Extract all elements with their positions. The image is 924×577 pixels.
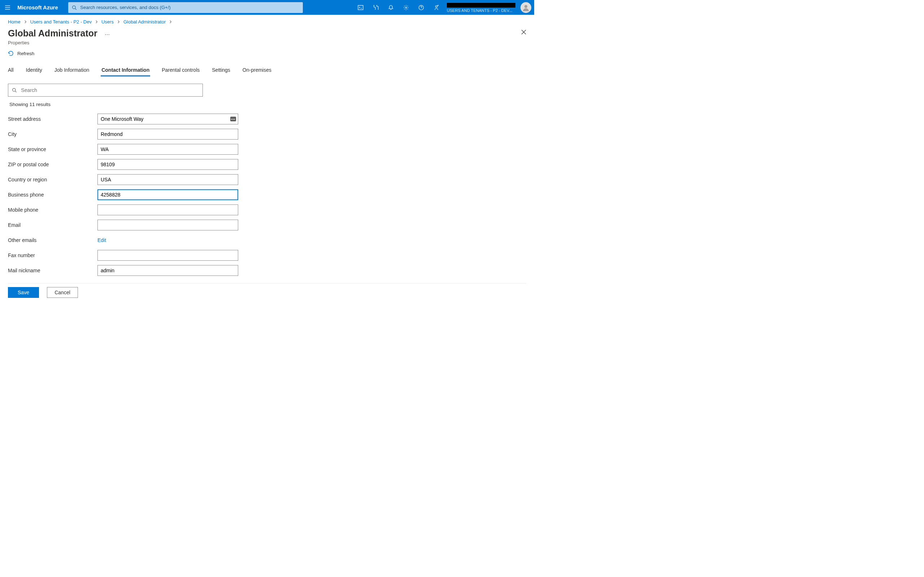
breadcrumb-item[interactable]: Global Administrator: [123, 19, 166, 24]
footer-buttons: Save Cancel: [0, 284, 534, 302]
account-tenant[interactable]: USERS AND TENANTS - P2 - DEV...: [444, 2, 518, 13]
form-row: Business phone: [8, 187, 526, 202]
form-row: Street address•••: [8, 111, 526, 127]
tab-identity[interactable]: Identity: [26, 64, 48, 76]
autofill-icon[interactable]: •••: [230, 117, 236, 121]
field-label: Street address: [8, 116, 97, 122]
directories-icon[interactable]: [368, 0, 383, 15]
help-icon[interactable]: [414, 0, 429, 15]
mobile-phone-input[interactable]: [97, 205, 238, 215]
more-actions-button[interactable]: ⋯: [105, 32, 110, 37]
svg-point-6: [374, 5, 374, 5]
form-row: Other emailsEdit: [8, 233, 526, 248]
email-input[interactable]: [97, 220, 238, 230]
form-row: Mail nickname: [8, 263, 526, 278]
contact-form: Street address•••CityState or provinceZI…: [0, 107, 534, 278]
form-row: Email: [8, 218, 526, 233]
breadcrumb-item[interactable]: Users and Tenants - P2 - Dev: [30, 19, 92, 24]
save-button[interactable]: Save: [8, 287, 39, 298]
topbar-icons: [353, 0, 444, 15]
breadcrumb-item[interactable]: Users: [102, 19, 114, 24]
edit-link[interactable]: Edit: [97, 237, 106, 243]
tenant-name: USERS AND TENANTS - P2 - DEV...: [447, 8, 515, 13]
form-row: Fax number: [8, 248, 526, 263]
field-label: Other emails: [8, 237, 97, 243]
tab-contact-information[interactable]: Contact Information: [102, 64, 155, 76]
mail-nickname-input[interactable]: [97, 265, 238, 276]
form-row: ZIP or postal code: [8, 157, 526, 172]
form-row: Mobile phone: [8, 202, 526, 218]
svg-point-14: [13, 89, 16, 91]
settings-icon[interactable]: [399, 0, 414, 15]
refresh-label: Refresh: [17, 51, 34, 56]
brand[interactable]: Microsoft Azure: [15, 4, 63, 10]
command-bar: Refresh: [0, 45, 534, 56]
business-phone-input[interactable]: [97, 189, 238, 200]
breadcrumb-item[interactable]: Home: [8, 19, 21, 24]
svg-point-8: [405, 7, 407, 8]
avatar[interactable]: [520, 2, 531, 13]
form-row: Country or region: [8, 172, 526, 187]
hamburger-menu[interactable]: [0, 0, 15, 15]
breadcrumb: Home Users and Tenants - P2 - Dev Users …: [0, 15, 534, 27]
tab-settings[interactable]: Settings: [212, 64, 236, 76]
page-header: Global Administrator ⋯: [0, 27, 534, 39]
svg-line-15: [15, 91, 16, 92]
svg-line-4: [75, 8, 76, 10]
svg-rect-5: [358, 5, 363, 10]
property-search-input[interactable]: [21, 87, 199, 93]
cancel-button[interactable]: Cancel: [47, 287, 78, 298]
country-or-region-input[interactable]: [97, 174, 238, 185]
chevron-right-icon: [95, 20, 98, 24]
city-input[interactable]: [97, 129, 238, 140]
tab-on-premises[interactable]: On-premises: [242, 64, 277, 76]
refresh-button[interactable]: Refresh: [8, 50, 34, 56]
street-address-input[interactable]: [97, 114, 238, 124]
svg-point-10: [436, 5, 438, 7]
fax-number-input[interactable]: [97, 250, 238, 261]
page-title: Global Administrator: [8, 28, 97, 39]
field-label: Country or region: [8, 177, 97, 182]
svg-point-11: [525, 5, 527, 8]
field-label: City: [8, 131, 97, 137]
tab-all[interactable]: All: [8, 64, 19, 76]
svg-point-3: [72, 5, 75, 8]
state-or-province-input[interactable]: [97, 144, 238, 155]
account-email-redacted: [447, 3, 515, 8]
field-label: Mail nickname: [8, 268, 97, 273]
chevron-right-icon: [117, 20, 120, 24]
field-label: ZIP or postal code: [8, 161, 97, 167]
global-search-input[interactable]: [80, 5, 299, 10]
top-bar: Microsoft Azure USERS AND TENANTS - P2 -…: [0, 0, 534, 15]
feedback-icon[interactable]: [429, 0, 444, 15]
field-label: Email: [8, 222, 97, 228]
field-label: Fax number: [8, 253, 97, 258]
property-search[interactable]: [8, 84, 203, 97]
tabs: AllIdentityJob InformationContact Inform…: [0, 56, 534, 76]
form-row: City: [8, 127, 526, 142]
cloud-shell-icon[interactable]: [353, 0, 368, 15]
notifications-icon[interactable]: [383, 0, 399, 15]
form-row: State or province: [8, 142, 526, 157]
svg-point-7: [377, 5, 377, 5]
tab-job-information[interactable]: Job Information: [55, 64, 95, 76]
field-label: Mobile phone: [8, 207, 97, 213]
global-search[interactable]: [68, 2, 303, 13]
field-label: Business phone: [8, 192, 97, 198]
chevron-right-icon: [24, 20, 27, 24]
tab-parental-controls[interactable]: Parental controls: [162, 64, 205, 76]
zip-or-postal-code-input[interactable]: [97, 159, 238, 170]
chevron-right-icon: [169, 20, 172, 24]
results-count: Showing 11 results: [0, 97, 534, 107]
field-label: State or province: [8, 147, 97, 152]
page-subtitle: Properties: [0, 39, 534, 45]
close-blade-button[interactable]: [521, 29, 526, 36]
